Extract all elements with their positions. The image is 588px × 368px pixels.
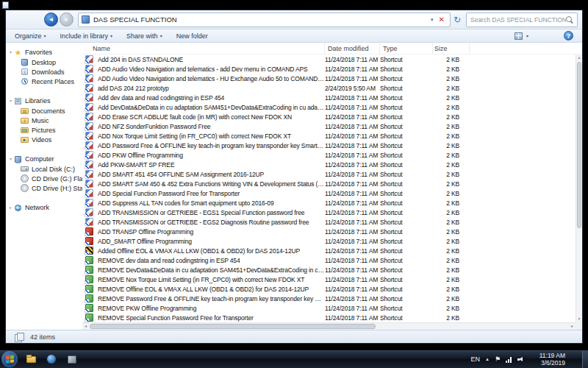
taskbar-explorer-button[interactable] [22,352,40,367]
file-row[interactable]: ADD Audio Video Navigation and telematic… [82,64,576,74]
file-size: 2 KB [433,161,470,169]
file-row[interactable]: ADD Audio Video Navigation and telematic… [82,74,576,83]
file-row[interactable]: ADD SMART 451 454 OFFLINE SAM Assignment… [82,169,576,179]
file-row[interactable]: REMOVE PKW Offline Programming11/24/2018… [82,303,576,313]
language-indicator[interactable]: EN [470,355,480,363]
file-row[interactable]: ADD Nox Torque Limit Setting (in FR_CPC0… [82,131,576,141]
file-row[interactable]: REMOVE Offline EOL & VMAX ALL LKW (OBD1 … [82,284,576,294]
sidebar-group-favorites[interactable]: ▾Favorites [6,47,82,57]
sidebar-item-documents[interactable]: Documents [6,106,82,116]
file-row[interactable]: REMOVE DevData&DeData in cu adaptation S… [82,265,576,275]
file-row[interactable]: ADD NFZ SonderFunktion Password Free11/2… [82,121,576,131]
sidebar-group-libraries[interactable]: ▾Libraries [6,96,82,106]
forward-arrow-icon: ► [64,17,70,23]
file-row[interactable]: REMOVE dev data and read codingstring in… [82,255,576,265]
file-row[interactable]: Add DevData&DeData in cu adaptation SAM4… [82,102,576,112]
computer-icon [14,155,22,163]
scroll-up-icon[interactable]: ▲ [576,54,582,61]
horizontal-scrollbar-thumb[interactable] [90,324,376,329]
file-row[interactable]: Add dev data and read codingstring in ES… [82,93,576,102]
file-row[interactable]: Add 204 in DAS STANDALONE11/24/2018 7:11… [82,54,576,64]
address-bar[interactable]: DAS SPECIAL FUNCTION ▾ ✕ [78,13,451,27]
file-date-modified: 11/24/2018 7:11 AM [325,132,380,140]
start-button[interactable] [1,351,18,367]
file-row[interactable]: REMOVE Nox Torque Limit Setting (in FR_C… [82,275,576,284]
show-desktop-button[interactable] [582,350,588,368]
file-row[interactable]: ADD TRANSMISSION or GETRIEBE - EGS2 Diag… [82,217,576,227]
search-box[interactable] [466,13,578,27]
sidebar-item-local-disk-c[interactable]: Local Disk (C:) [6,164,82,174]
scroll-left-icon[interactable]: ◄ [82,323,89,330]
file-row[interactable]: Added Offline EOL & VMAX ALL LKW (OBD1 &… [82,246,576,255]
sidebar-group-network[interactable]: ▸Network [6,202,82,213]
file-size: 2 KB [433,238,470,245]
shortcut-file-icon [85,160,93,169]
sidebar-item-cd-drive-h-starfir[interactable]: CD Drive (H:) StarFir [6,183,82,193]
taskbar-app-button-2[interactable] [63,352,81,367]
column-header-name[interactable]: Name [82,43,325,54]
file-row[interactable]: ADD_SMART Offline Programming11/24/2018 … [82,236,576,246]
clock[interactable]: 11:19 AM 3/6/2019 [531,352,565,367]
file-row[interactable]: ADD Special Function Password Free for T… [82,188,576,198]
file-row[interactable]: ADD TRANSP Offline Programming11/24/2018… [82,227,576,236]
scroll-right-icon[interactable]: ► [569,323,576,330]
file-name: ADD TRANSMISSION or GETRIEBE - EGS1 Spec… [98,209,325,216]
vertical-scrollbar-thumb[interactable] [577,62,581,228]
file-row[interactable]: REMOVE Password Free & OFFLINE key teach… [82,294,576,303]
sidebar-item-label: CD Drive (G:) FlashD [32,175,82,183]
file-date-modified: 11/24/2018 7:11 AM [325,190,380,197]
search-input[interactable] [470,16,566,24]
column-header-type[interactable]: Type [380,43,433,54]
sidebar-item-downloads[interactable]: Downloads [6,67,82,77]
file-type: Shortcut [380,180,433,188]
hidden-icons-chevron-icon[interactable]: ▲ [485,357,490,361]
toolbar-button-new-folder[interactable]: New folder [176,32,208,40]
taskbar-app-button-1[interactable] [43,352,60,367]
sidebar-item-recent-places[interactable]: Recent Places [6,77,82,86]
toolbar-right: ▾ ? [514,31,573,40]
back-button[interactable]: ◄ [44,13,58,26]
collapsed-arrow-icon[interactable]: ▸ [7,205,14,210]
volume-icon[interactable] [517,356,524,363]
column-header-size[interactable]: Size [433,43,470,54]
file-row[interactable]: Add PKW-SMART SP FREE11/24/2018 7:11 AMS… [82,160,576,169]
file-row[interactable]: REMOVE Special Function Password Free fo… [82,313,576,322]
file-type: Shortcut [380,171,433,178]
help-button[interactable]: ? [564,31,573,40]
toolbar-button-include-in-library[interactable]: Include in library▾ [60,32,113,40]
expanded-arrow-icon[interactable]: ▾ [7,157,14,161]
file-row[interactable]: add DAS 204 212 prototyp2/24/2019 5:50 A… [82,83,576,93]
forward-button[interactable]: ► [60,13,74,26]
sidebar-item-desktop[interactable]: Desktop [6,57,82,67]
sidebar-item-music[interactable]: Music [6,116,82,125]
file-name: ADD SMART 451 454 OFFLINE SAM Assignment… [98,171,325,178]
network-icon[interactable] [506,356,512,363]
horizontal-scrollbar[interactable]: ◄ ► [82,322,576,330]
file-row[interactable]: ADD TRANSMISSION or GETRIEBE - EGS1 Spec… [82,208,576,217]
change-view-button[interactable]: ▾ [514,32,528,40]
file-row[interactable]: ADD PKW Offline Programming11/24/2018 7:… [82,150,576,160]
vertical-scrollbar[interactable]: ▲ ▼ [576,54,582,322]
expanded-arrow-icon[interactable]: ▾ [7,50,14,54]
sidebar-group-computer[interactable]: ▾Computer [6,154,82,164]
action-center-icon[interactable]: ⚑ [495,355,501,363]
toolbar-button-share-with[interactable]: Share with▾ [126,32,162,40]
file-size: 2 KB [433,104,470,111]
file-row[interactable]: ADD SMART SAM 450 & 452 Extra Functions … [82,179,576,188]
refresh-icon[interactable]: ↻ [451,15,464,24]
file-row[interactable]: ADD Erase SCR ADBLUE fault code (in MR) … [82,112,576,121]
stop-icon[interactable]: ✕ [437,16,447,24]
file-size: 2 KB [433,276,470,283]
file-row[interactable]: ADD Suppress ALL TAN codes for Smart equ… [82,198,576,208]
file-row[interactable]: ADD Password Free & OFFLINE key teach-in… [82,141,576,150]
sidebar-item-videos[interactable]: Videos [6,135,82,144]
address-dropdown-icon[interactable]: ▾ [428,17,437,23]
toolbar-button-organize[interactable]: Organize▾ [15,32,46,40]
tray-time: 11:19 AM [531,352,565,359]
file-name: REMOVE dev data and read codingstring in… [98,257,325,264]
sidebar-item-pictures[interactable]: Pictures [6,125,82,135]
sidebar-item-cd-drive-g-flashd[interactable]: CD Drive (G:) FlashD [6,174,82,183]
column-header-date-modified[interactable]: Date modified [325,43,380,54]
expanded-arrow-icon[interactable]: ▾ [7,99,14,103]
scroll-down-icon[interactable]: ▼ [576,316,582,322]
